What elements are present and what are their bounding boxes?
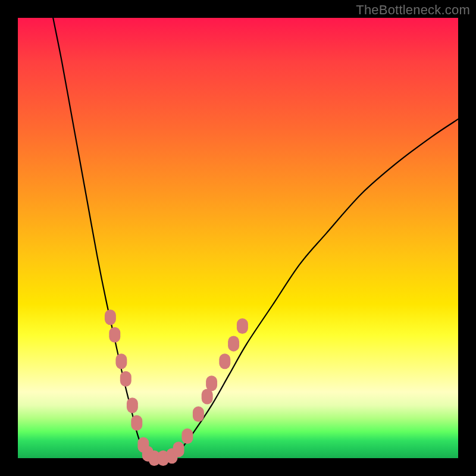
data-marker xyxy=(173,441,184,457)
series-bottleneck-curve-left xyxy=(53,18,150,458)
data-marker xyxy=(181,428,193,444)
series-group xyxy=(53,18,458,458)
data-marker xyxy=(219,353,230,369)
data-marker xyxy=(105,309,116,325)
data-marker xyxy=(237,318,248,334)
series-bottleneck-curve-right xyxy=(172,119,458,458)
data-marker xyxy=(120,371,131,387)
chart-svg xyxy=(18,18,458,458)
plot-area xyxy=(18,18,458,458)
watermark-text: TheBottleneck.com xyxy=(356,2,470,18)
data-marker xyxy=(228,336,239,352)
data-marker xyxy=(206,375,217,391)
data-marker xyxy=(127,397,138,413)
data-marker xyxy=(115,353,127,369)
data-marker xyxy=(131,415,142,431)
data-marker xyxy=(193,406,204,422)
data-marker xyxy=(109,327,120,343)
data-marker xyxy=(202,389,213,404)
chart-frame: TheBottleneck.com xyxy=(0,0,476,476)
